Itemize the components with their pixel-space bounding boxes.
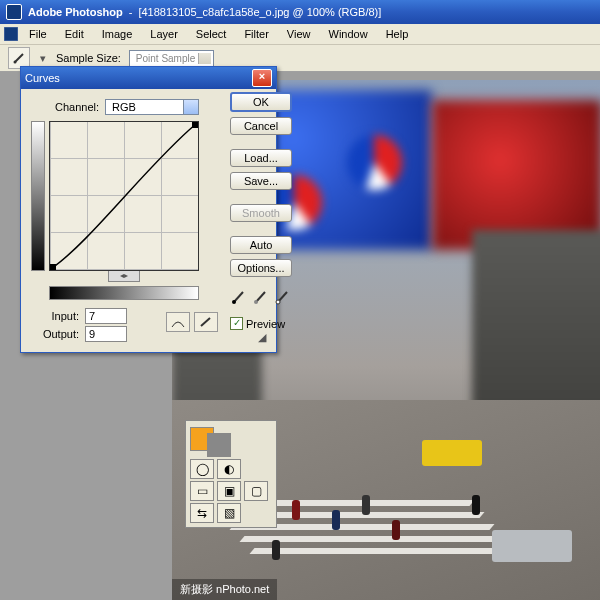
ok-button[interactable]: OK bbox=[230, 92, 292, 112]
check-icon: ✓ bbox=[230, 317, 243, 330]
input-field[interactable] bbox=[85, 308, 127, 324]
menu-view[interactable]: View bbox=[280, 26, 318, 42]
sample-size-label: Sample Size: bbox=[56, 52, 121, 64]
output-field[interactable] bbox=[85, 326, 127, 342]
channel-select[interactable]: RGB bbox=[105, 99, 199, 115]
output-label: Output: bbox=[39, 328, 79, 340]
sample-size-combo[interactable]: Point Sample bbox=[129, 50, 214, 67]
channel-label: Channel: bbox=[55, 101, 99, 113]
menu-bar: File Edit Image Layer Select Filter View… bbox=[0, 24, 600, 45]
screen-standard-icon[interactable]: ▭ bbox=[190, 481, 214, 501]
menu-layer[interactable]: Layer bbox=[143, 26, 185, 42]
screen-full-menubar-icon[interactable]: ▣ bbox=[217, 481, 241, 501]
cancel-button[interactable]: Cancel bbox=[230, 117, 292, 135]
curve-point-tool-icon[interactable] bbox=[166, 312, 190, 332]
tool-palette[interactable]: ◯◐ ▭▣▢ ⇆▧ bbox=[185, 420, 277, 528]
app-menu-icon[interactable] bbox=[4, 27, 18, 41]
svg-rect-0 bbox=[4, 27, 18, 41]
menu-select[interactable]: Select bbox=[189, 26, 234, 42]
options-button[interactable]: Options... bbox=[230, 259, 292, 277]
close-icon[interactable]: × bbox=[252, 69, 272, 87]
preview-checkbox[interactable]: ✓ Preview bbox=[230, 317, 292, 330]
auto-button[interactable]: Auto bbox=[230, 236, 292, 254]
title-bar: Adobe Photoshop - [418813105_c8afc1a58e_… bbox=[0, 0, 600, 24]
document-title: [418813105_c8afc1a58e_o.jpg @ 100% (RGB/… bbox=[138, 6, 381, 18]
menu-image[interactable]: Image bbox=[95, 26, 140, 42]
curve-pencil-tool-icon[interactable] bbox=[194, 312, 218, 332]
menu-edit[interactable]: Edit bbox=[58, 26, 91, 42]
resize-grip-icon[interactable]: ◢ bbox=[258, 331, 266, 344]
dialog-titlebar[interactable]: Curves × bbox=[21, 67, 276, 89]
input-label: Input: bbox=[39, 310, 79, 322]
svg-line-1 bbox=[15, 54, 23, 62]
svg-line-6 bbox=[234, 292, 243, 302]
extra-icon[interactable]: ▧ bbox=[217, 503, 241, 523]
svg-point-7 bbox=[232, 300, 236, 304]
menu-help[interactable]: Help bbox=[379, 26, 416, 42]
svg-point-11 bbox=[276, 300, 280, 304]
vertical-gradient bbox=[31, 121, 45, 271]
svg-line-8 bbox=[256, 292, 265, 302]
dialog-title: Curves bbox=[25, 72, 60, 84]
svg-point-2 bbox=[14, 61, 17, 64]
svg-rect-3 bbox=[50, 264, 56, 270]
menu-filter[interactable]: Filter bbox=[237, 26, 275, 42]
load-button[interactable]: Load... bbox=[230, 149, 292, 167]
tool-preset-dropdown-icon[interactable]: ▾ bbox=[38, 52, 48, 65]
background-swatch[interactable] bbox=[207, 433, 231, 457]
svg-line-5 bbox=[201, 318, 210, 326]
screen-full-icon[interactable]: ▢ bbox=[244, 481, 268, 501]
mode-standard-icon[interactable]: ◯ bbox=[190, 459, 214, 479]
curves-graph[interactable] bbox=[49, 121, 199, 271]
gray-point-eyedropper-icon[interactable] bbox=[252, 288, 270, 306]
svg-rect-4 bbox=[192, 122, 198, 128]
svg-point-9 bbox=[254, 300, 258, 304]
white-point-eyedropper-icon[interactable] bbox=[274, 288, 292, 306]
menu-window[interactable]: Window bbox=[322, 26, 375, 42]
mode-quickmask-icon[interactable]: ◐ bbox=[217, 459, 241, 479]
app-icon bbox=[6, 4, 22, 20]
app-name: Adobe Photoshop bbox=[28, 6, 123, 18]
smooth-button: Smooth bbox=[230, 204, 292, 222]
grid-toggle-icon[interactable]: ◂▸ bbox=[108, 270, 140, 282]
horizontal-gradient bbox=[49, 286, 199, 300]
watermark: 新摄影 nPhoto.net bbox=[172, 579, 277, 600]
menu-file[interactable]: File bbox=[22, 26, 54, 42]
save-button[interactable]: Save... bbox=[230, 172, 292, 190]
jump-to-imageready-icon[interactable]: ⇆ bbox=[190, 503, 214, 523]
dialog-buttons: OK Cancel Load... Save... Smooth Auto Op… bbox=[230, 92, 292, 330]
preview-label: Preview bbox=[246, 318, 285, 330]
black-point-eyedropper-icon[interactable] bbox=[230, 288, 248, 306]
